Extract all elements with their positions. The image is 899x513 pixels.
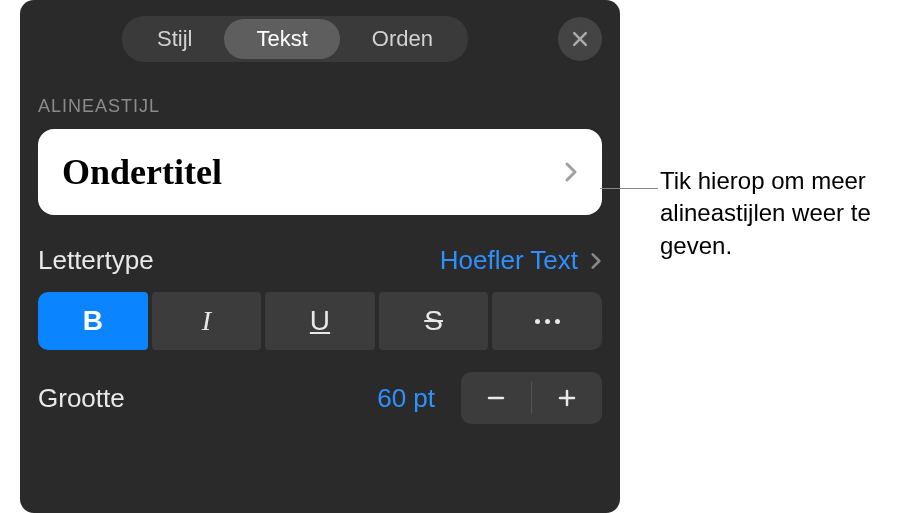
- size-stepper: [461, 372, 602, 424]
- strikethrough-button[interactable]: S: [379, 292, 489, 350]
- callout-leader-line: [600, 188, 658, 189]
- paragraph-style-picker[interactable]: Ondertitel: [38, 129, 602, 215]
- more-text-options-button[interactable]: [492, 292, 602, 350]
- ellipsis-icon: [535, 319, 560, 324]
- chevron-right-icon: [590, 251, 602, 271]
- size-decrease-button[interactable]: [461, 372, 531, 424]
- chevron-right-icon: [564, 160, 578, 184]
- font-value: Hoefler Text: [440, 245, 602, 276]
- callout-text: Tik hierop om meer alineastijlen weer te…: [660, 165, 885, 262]
- close-button[interactable]: [558, 17, 602, 61]
- plus-icon: [555, 386, 579, 410]
- bold-button[interactable]: B: [38, 292, 148, 350]
- size-label: Grootte: [38, 383, 125, 414]
- close-icon: [570, 29, 590, 49]
- strike-glyph: S: [424, 305, 443, 337]
- text-style-button-group: B I U S: [38, 292, 602, 350]
- tab-bar: Stijl Tekst Orden: [38, 16, 602, 62]
- underline-glyph: U: [310, 305, 330, 337]
- tab-style[interactable]: Stijl: [125, 19, 224, 59]
- tab-text[interactable]: Tekst: [224, 19, 339, 59]
- size-value: 60 pt: [377, 383, 435, 414]
- size-row: Grootte 60 pt: [38, 372, 602, 424]
- font-label: Lettertype: [38, 245, 154, 276]
- format-inspector-panel: Stijl Tekst Orden ALINEASTIJL Ondertitel…: [20, 0, 620, 513]
- font-name: Hoefler Text: [440, 245, 578, 276]
- size-increase-button[interactable]: [532, 372, 602, 424]
- underline-button[interactable]: U: [265, 292, 375, 350]
- font-row[interactable]: Lettertype Hoefler Text: [38, 245, 602, 276]
- italic-button[interactable]: I: [152, 292, 262, 350]
- segmented-control: Stijl Tekst Orden: [122, 16, 468, 62]
- minus-icon: [484, 386, 508, 410]
- tab-arrange[interactable]: Orden: [340, 19, 465, 59]
- section-header-paragraph-style: ALINEASTIJL: [38, 96, 602, 117]
- paragraph-style-name: Ondertitel: [62, 151, 222, 193]
